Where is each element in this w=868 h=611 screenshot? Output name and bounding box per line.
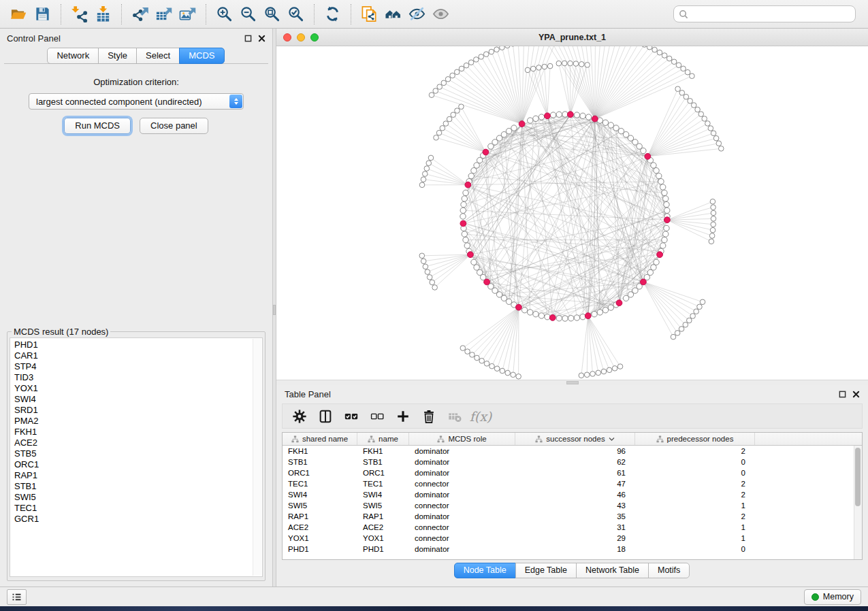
close-panel-icon[interactable] (852, 391, 860, 398)
import-table-button[interactable] (91, 3, 115, 25)
import-network-button[interactable] (67, 3, 91, 25)
column-header-mcds-role[interactable]: MCDS role (409, 433, 515, 445)
table-scrollbar-thumb[interactable] (855, 448, 861, 506)
mcds-result-item[interactable]: FKH1 (14, 427, 251, 437)
hide-selected-button[interactable] (405, 3, 429, 25)
save-session-button[interactable] (31, 3, 54, 25)
mcds-result-item[interactable]: TID3 (14, 372, 251, 383)
close-panel-button[interactable]: Close panel (140, 118, 208, 134)
mcds-result-item[interactable]: CAR1 (14, 350, 251, 361)
mcds-result-item[interactable]: ACE2 (14, 437, 251, 448)
window-minimize-button[interactable] (297, 33, 305, 42)
export-network-button[interactable] (128, 3, 152, 25)
table-row[interactable]: STB1STB1dominator620 (283, 457, 862, 467)
window-close-button[interactable] (283, 33, 291, 42)
ring-nodes (419, 46, 724, 379)
table-cell: YOX1 (283, 533, 357, 544)
horizontal-splitter[interactable] (276, 380, 868, 385)
table-cell: 43 (515, 500, 635, 511)
float-panel-icon[interactable] (839, 391, 846, 398)
export-table-button[interactable] (152, 3, 176, 25)
select-all-rows-button[interactable] (338, 406, 364, 427)
horizontal-splitter-handle[interactable] (566, 381, 579, 384)
zoom-fit-button[interactable] (260, 3, 284, 25)
export-image-button[interactable] (176, 3, 199, 25)
run-mcds-button[interactable]: Run MCDS (64, 118, 131, 134)
table-cell: 0 (635, 544, 755, 555)
delete-column-button (442, 406, 468, 427)
table-cell: PHD1 (283, 544, 357, 555)
show-task-history-button[interactable] (7, 589, 27, 605)
table-cell: connector (409, 522, 515, 533)
mcds-result-item[interactable]: ORC1 (14, 459, 251, 470)
mcds-result-item[interactable]: STP4 (14, 361, 251, 372)
column-header-shared-name[interactable]: shared name (283, 433, 357, 445)
add-row-button[interactable] (390, 406, 416, 427)
dropdown-stepper-icon (229, 95, 242, 108)
tab-style[interactable]: Style (98, 48, 137, 64)
table-cell: YOX1 (357, 533, 409, 544)
mcds-result-item[interactable]: PMA2 (14, 416, 251, 427)
tab-network-table[interactable]: Network Table (576, 563, 649, 578)
mcds-result-item[interactable]: SWI5 (14, 492, 251, 503)
table-row[interactable]: PHD1PHD1dominator180 (283, 544, 862, 555)
table-row[interactable]: YOX1YOX1connector291 (283, 533, 862, 544)
export-table-icon (155, 5, 172, 22)
table-cell: dominator (409, 544, 515, 555)
tab-mcds[interactable]: MCDS (179, 48, 224, 64)
duplicate-network-button[interactable] (357, 3, 381, 25)
manage-columns-button[interactable] (312, 406, 338, 427)
zoom-selected-button[interactable] (284, 3, 308, 25)
tab-select[interactable]: Select (136, 48, 180, 64)
open-file-button[interactable] (7, 3, 31, 25)
search-input[interactable] (692, 9, 850, 19)
delete-rows-button[interactable] (416, 406, 442, 427)
mcds-result-item[interactable]: STB1 (14, 481, 251, 492)
columns-icon (318, 409, 333, 424)
column-header-name[interactable]: name (357, 433, 409, 445)
table-cell: ORC1 (283, 467, 357, 478)
column-label: shared name (302, 435, 348, 443)
table-row[interactable]: RAP1RAP1dominator352 (283, 511, 862, 522)
deselect-all-rows-button[interactable] (364, 406, 390, 427)
mcds-result-item[interactable]: SRD1 (14, 405, 251, 416)
table-row[interactable]: ACE2ACE2connector311 (283, 522, 862, 533)
window-maximize-button[interactable] (310, 33, 319, 42)
column-header-predecessor-nodes[interactable]: predecessor nodes (635, 433, 755, 445)
mcds-result-item[interactable]: RAP1 (14, 470, 251, 481)
tab-edge-table[interactable]: Edge Table (515, 563, 577, 578)
table-row[interactable]: TEC1TEC1connector472 (283, 478, 862, 489)
mcds-result-item[interactable]: SWI4 (14, 394, 251, 405)
mcds-result-item[interactable]: TEC1 (14, 503, 251, 514)
tab-motifs[interactable]: Motifs (648, 563, 690, 578)
zoom-selected-icon (287, 5, 304, 22)
table-cell: 1 (635, 533, 755, 544)
mcds-result-item[interactable]: GCR1 (14, 514, 251, 525)
vertical-splitter-handle[interactable] (273, 305, 276, 315)
table-row[interactable]: SWI5SWI5connector431 (283, 500, 862, 511)
tab-network[interactable]: Network (47, 48, 99, 64)
list-icon (11, 591, 22, 603)
column-header-successor-nodes[interactable]: successor nodes (515, 433, 635, 445)
zoom-in-button[interactable] (212, 3, 236, 25)
tab-node-table[interactable]: Node Table (454, 563, 516, 578)
mcds-result-item[interactable]: PHD1 (14, 340, 251, 350)
refresh-button[interactable] (321, 3, 344, 25)
mcds-result-item[interactable]: YOX1 (14, 383, 251, 394)
search-icon (679, 10, 688, 19)
network-canvas[interactable] (276, 46, 868, 380)
table-row[interactable]: SWI4SWI4dominator462 (283, 489, 862, 500)
table-row[interactable]: FKH1FKH1dominator962 (283, 446, 862, 457)
memory-button[interactable]: Memory (804, 589, 861, 605)
table-settings-button[interactable] (287, 406, 312, 427)
home-button[interactable] (381, 3, 405, 25)
criterion-dropdown[interactable]: largest connected component (undirected) (29, 93, 244, 110)
show-all-button[interactable] (429, 3, 453, 25)
table-cell: STB1 (357, 457, 409, 467)
mcds-result-item[interactable]: STB5 (14, 448, 251, 459)
close-panel-icon[interactable] (258, 35, 266, 42)
table-row[interactable]: ORC1ORC1dominator610 (283, 467, 862, 478)
zoom-out-button[interactable] (236, 3, 260, 25)
mcds-list-scrollbar[interactable] (253, 339, 261, 576)
float-panel-icon[interactable] (244, 35, 252, 42)
